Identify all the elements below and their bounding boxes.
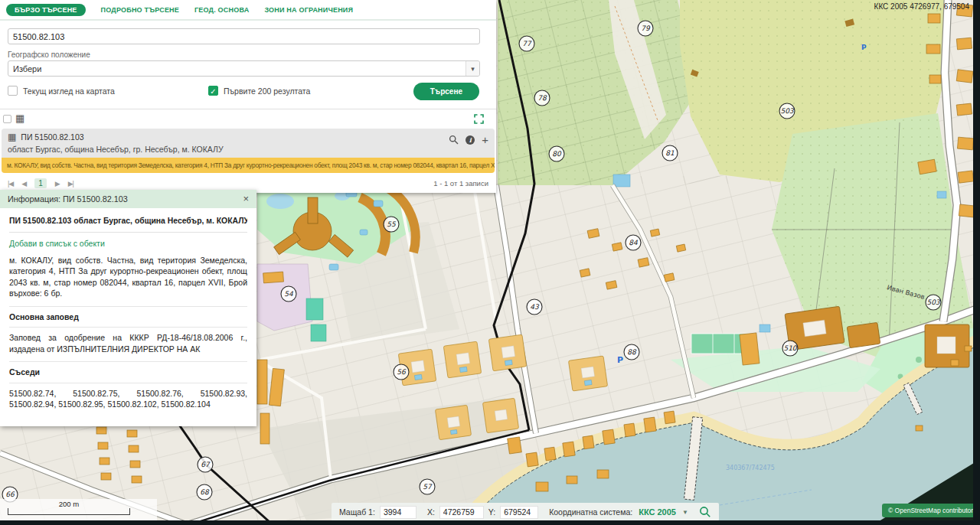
page-next-button[interactable]: ▶ — [55, 180, 60, 188]
parcel-number: 78 — [534, 90, 550, 106]
parcel-number: 54 — [281, 286, 296, 302]
result-location: област Бургас, община Несебър, гр. Несеб… — [8, 145, 488, 154]
add-icon[interactable]: + — [482, 135, 488, 145]
y-coordinate-input[interactable] — [500, 506, 538, 519]
geo-position-label: Географско положение — [8, 51, 488, 59]
tab-quick-search[interactable]: БЪРЗО ТЪРСЕНЕ — [6, 4, 86, 16]
close-icon[interactable]: × — [243, 195, 249, 203]
parking-icon: P — [617, 355, 623, 365]
crs-label: Координатна система: — [549, 507, 632, 517]
parcel-number: 77 — [519, 36, 534, 51]
grid-icon: ▦ — [8, 132, 16, 142]
svg-text:54: 54 — [284, 290, 293, 298]
scale-input[interactable] — [380, 506, 416, 519]
parcel-number: 68 — [197, 484, 212, 500]
chevron-down-icon[interactable]: ▾ — [466, 61, 479, 76]
svg-text:43: 43 — [530, 303, 540, 311]
search-tabs: БЪРЗО ТЪРСЕНЕ ПОДРОБНО ТЪРСЕНЕ ГЕОД. ОСН… — [0, 0, 496, 21]
svg-text:77: 77 — [522, 40, 532, 47]
map-search-icon[interactable] — [699, 506, 711, 518]
pagination-summary: 1 - 1 от 1 записи — [433, 179, 488, 188]
parcel-number: 88 — [624, 344, 639, 360]
tab-geodetic-basis[interactable]: ГЕОД. ОСНОВА — [194, 6, 249, 14]
geo-position-select[interactable]: Избери ▾ — [8, 60, 480, 77]
svg-text:88: 88 — [627, 348, 637, 356]
info-panel-title: Информация: ПИ 51500.82.103 — [8, 194, 128, 204]
svg-text:78: 78 — [537, 94, 547, 102]
expand-icon[interactable] — [474, 114, 484, 124]
first-200-checkbox[interactable]: ✓ — [208, 86, 218, 96]
svg-text:80: 80 — [552, 150, 562, 158]
kais-map-app: Иван Вазов 340367/742475 P P 77787980818… — [0, 0, 980, 525]
tab-detailed-search[interactable]: ПОДРОБНО ТЪРСЕНЕ — [101, 6, 179, 14]
result-id: ПИ 51500.82.103 — [21, 132, 83, 142]
chevron-down-icon[interactable]: ▼ — [682, 509, 688, 516]
svg-text:56: 56 — [397, 368, 407, 376]
parking-icon: P — [861, 44, 867, 51]
parcel-number: 510 — [782, 341, 798, 356]
result-row[interactable]: ▦ ПИ 51500.82.103 област Бургас, община … — [2, 129, 495, 158]
osm-attribution: © OpenStreetMap contributors. — [882, 504, 980, 517]
add-to-list-link[interactable]: Добави в списък с обекти — [9, 238, 247, 249]
svg-text:57: 57 — [423, 483, 433, 491]
viewport-edge — [0, 520, 980, 525]
search-panel: БЪРЗО ТЪРСЕНЕ ПОДРОБНО ТЪРСЕНЕ ГЕОД. ОСН… — [0, 0, 496, 193]
search-input[interactable] — [8, 28, 480, 44]
viewport-edge — [973, 0, 980, 525]
svg-text:503: 503 — [926, 298, 940, 306]
svg-text:67: 67 — [201, 461, 211, 468]
status-bar: Мащаб 1: X: Y: Координатна система: ККС … — [332, 503, 719, 521]
parcel-title: ПИ 51500.82.103 област Бургас, община Не… — [9, 216, 247, 233]
neighbors-heading: Съседи — [9, 361, 247, 382]
svg-text:503: 503 — [780, 107, 794, 115]
pagination: |◀ ◀ 1 ▶ ▶| 1 - 1 от 1 записи — [8, 178, 488, 188]
parcel-number: 43 — [527, 299, 542, 315]
svg-text:510: 510 — [783, 344, 797, 352]
parcel-description: м. КОКАЛУ, вид собств. Частна, вид терит… — [9, 255, 247, 299]
first-200-label: Първите 200 резултата — [224, 86, 310, 96]
info-icon[interactable]: i — [466, 135, 475, 145]
svg-text:79: 79 — [641, 24, 651, 32]
scale-bar: 200 m — [0, 499, 157, 521]
parcel-number: 67 — [198, 457, 213, 472]
svg-text:66: 66 — [5, 491, 15, 498]
info-panel: Информация: ПИ 51500.82.103 × ПИ 51500.8… — [0, 190, 256, 426]
svg-text:55: 55 — [387, 220, 397, 228]
search-button[interactable]: Търсене — [413, 83, 479, 100]
scale-bar-bracket — [8, 508, 130, 515]
crs-select[interactable]: ККС 2005 — [639, 507, 676, 517]
page-prev-button[interactable]: ◀ — [21, 180, 26, 188]
x-label: X: — [427, 507, 435, 517]
scale-label: Мащаб 1: — [339, 507, 375, 517]
select-all-checkbox[interactable] — [3, 115, 11, 123]
parcel-number: 79 — [638, 21, 653, 36]
page-first-button[interactable]: |◀ — [8, 180, 13, 188]
neighbors-text: 51500.82.74, 51500.82.75, 51500.82.76, 5… — [9, 383, 247, 417]
search-icon[interactable] — [449, 135, 459, 145]
parcel-number: 55 — [384, 217, 399, 232]
current-view-checkbox[interactable] — [8, 86, 18, 96]
result-details-row[interactable]: м. КОКАЛУ, вид собств. Частна, вид терит… — [2, 158, 495, 173]
cursor-coordinates: ККС 2005 4726977, 679504 — [874, 2, 969, 11]
scale-bar-label: 200 m — [8, 500, 130, 508]
parcel-number: 81 — [662, 145, 678, 161]
parcel-number: 503 — [926, 295, 941, 310]
parcel-number: 80 — [549, 146, 564, 161]
svg-text:81: 81 — [665, 149, 675, 157]
page-number[interactable]: 1 — [34, 178, 47, 188]
parcel-number: 56 — [394, 364, 409, 380]
svg-text:68: 68 — [200, 488, 210, 496]
parcel-number: 503 — [779, 103, 795, 119]
divider — [0, 109, 496, 109]
parcel-number: 57 — [420, 479, 435, 494]
sea-coordinates-label: 340367/742475 — [726, 465, 775, 471]
x-coordinate-input[interactable] — [439, 506, 484, 519]
page-last-button[interactable]: ▶| — [68, 180, 74, 188]
geo-select-value: Избери — [13, 64, 41, 73]
grid-icon: ▦ — [15, 112, 24, 124]
tab-restriction-zones[interactable]: ЗОНИ НА ОГРАНИЧЕНИЯ — [264, 6, 353, 14]
parcel-number: 84 — [626, 235, 641, 250]
order-text: Заповед за одобрение на КККР РД-18-46/18… — [9, 327, 247, 361]
y-label: Y: — [488, 507, 495, 517]
current-view-label: Текущ изглед на картата — [23, 86, 115, 96]
